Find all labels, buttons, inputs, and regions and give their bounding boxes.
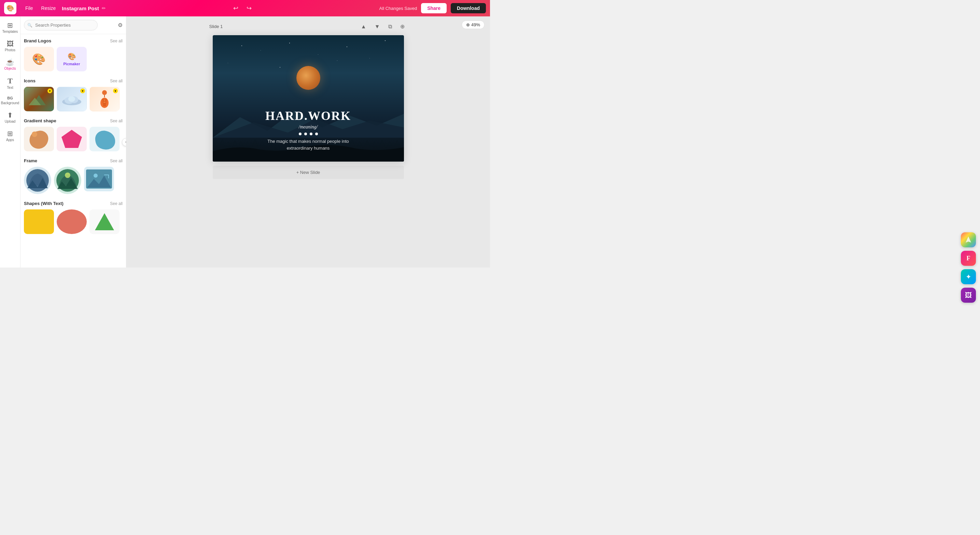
canvas-background: HARD.WORK /meaning/ The magic that makes… <box>213 35 404 162</box>
mountain-icon-svg <box>29 92 49 107</box>
list-item[interactable] <box>89 127 119 151</box>
topbar-menu: File Resize Instagram Post ✏ <box>22 3 106 13</box>
edit-title-icon[interactable]: ✏ <box>102 5 106 11</box>
background-icon: BG <box>7 96 13 100</box>
sidebar-item-photos[interactable]: 🖼 Photos <box>2 38 19 55</box>
moon <box>296 66 320 90</box>
background-label: Background <box>1 101 19 105</box>
brand-logos-header: Brand Logos See all <box>24 38 123 43</box>
objects-label: Objects <box>5 67 16 70</box>
picmaker-label: Picmaker <box>64 62 80 66</box>
blob-blue-svg <box>92 128 118 150</box>
slide-up-button[interactable]: ▲ <box>358 22 369 31</box>
design-canvas[interactable]: HARD.WORK /meaning/ The magic that makes… <box>213 35 404 162</box>
list-item[interactable] <box>84 167 114 191</box>
dot-2 <box>304 132 307 135</box>
sidebar-item-upload[interactable]: ⬆ Upload <box>2 109 19 126</box>
templates-label: Templates <box>2 30 18 33</box>
templates-icon: ⊞ <box>7 22 13 29</box>
gradient-shape-section: Gradient shape See all <box>24 118 123 151</box>
slide-add-button[interactable]: ⊕ <box>398 22 407 31</box>
dot-4 <box>315 132 318 135</box>
topbar-right: All Changes Saved Share Download <box>379 3 486 13</box>
list-item[interactable]: ♥ <box>89 87 119 111</box>
svg-point-18 <box>94 174 98 178</box>
properties-panel: ⚙ Brand Logos See all 🎨 🎨 Picmaker <box>21 16 126 268</box>
premium-badge: ♥ <box>48 89 52 93</box>
list-item[interactable] <box>89 209 119 234</box>
panel-search-bar: ⚙ <box>21 16 126 34</box>
brand-logos-see-all[interactable]: See all <box>110 38 123 43</box>
topbar-center: ↩ ↪ <box>111 3 374 13</box>
gradient-shape-title: Gradient shape <box>24 118 56 123</box>
undo-button[interactable]: ↩ <box>231 3 241 13</box>
zoom-level: 49% <box>471 22 480 27</box>
frame-circle2-svg <box>56 169 80 192</box>
apps-label: Apps <box>6 138 14 142</box>
logo[interactable]: 🎨 <box>4 2 16 14</box>
brand-logos-section: Brand Logos See all 🎨 🎨 Picmaker <box>24 38 123 72</box>
frame-see-all[interactable]: See all <box>110 159 123 163</box>
brand-logos-title: Brand Logos <box>24 38 51 43</box>
list-item[interactable] <box>24 209 54 234</box>
photos-icon: 🖼 <box>7 40 14 47</box>
upload-icon: ⬆ <box>7 112 13 119</box>
shapes-text-grid <box>24 209 123 234</box>
frame-title: Frame <box>24 158 37 163</box>
list-item[interactable] <box>24 167 51 194</box>
svg-marker-19 <box>95 213 114 230</box>
sidebar-item-templates[interactable]: ⊞ Templates <box>2 19 19 36</box>
brand-logos-grid: 🎨 🎨 Picmaker <box>24 47 123 72</box>
icons-see-all[interactable]: See all <box>110 79 123 83</box>
sidebar-item-apps[interactable]: ⊞ Apps <box>2 127 19 145</box>
icons-section: Icons See all ♥ ♥ <box>24 78 123 111</box>
download-button[interactable]: Download <box>451 3 486 13</box>
document-title: Instagram Post <box>62 5 99 11</box>
svg-point-12 <box>32 132 37 137</box>
zoom-indicator[interactable]: ⊕ 49% <box>462 21 485 29</box>
premium-badge: ♥ <box>80 89 85 93</box>
frame-rect-svg <box>85 169 113 189</box>
zoom-icon: ⊕ <box>466 22 470 27</box>
objects-icon: ☕ <box>6 59 14 65</box>
gradient-shape-see-all[interactable]: See all <box>110 119 123 123</box>
slide-down-button[interactable]: ▼ <box>372 22 383 31</box>
list-item[interactable]: 🎨 Picmaker <box>57 47 87 72</box>
dot-1 <box>299 132 302 135</box>
search-input[interactable] <box>24 20 98 30</box>
slide-toolbar: Slide 1 ▲ ▼ ⧉ ⊕ <box>209 22 407 31</box>
picmaker-icon: 🎨 <box>68 52 76 61</box>
sidebar-item-objects[interactable]: ☕ Objects <box>2 56 19 73</box>
list-item[interactable]: ♥ <box>24 87 54 111</box>
list-item[interactable] <box>24 127 54 151</box>
share-button[interactable]: Share <box>421 3 447 13</box>
premium-badge: ♥ <box>113 89 118 93</box>
panel-content: Brand Logos See all 🎨 🎨 Picmaker Icons <box>21 34 126 268</box>
topbar: 🎨 File Resize Instagram Post ✏ ↩ ↪ All C… <box>0 0 490 16</box>
frames-grid <box>24 167 123 194</box>
list-item[interactable] <box>57 209 87 234</box>
frame-circle1-svg <box>25 169 49 192</box>
sidebar-item-text[interactable]: T Text <box>2 75 19 92</box>
list-item[interactable]: ♥ <box>57 87 87 111</box>
menu-file[interactable]: File <box>22 3 37 13</box>
shapes-with-text-header: Shapes (With Text) See all <box>24 201 123 206</box>
new-slide-button[interactable]: + New Slide <box>213 166 404 179</box>
canvas-dots <box>220 132 397 135</box>
list-item[interactable] <box>57 127 87 151</box>
redo-button[interactable]: ↪ <box>244 3 255 13</box>
canvas-body-text: The magic that makes normal people intoe… <box>220 138 397 151</box>
apps-icon: ⊞ <box>7 130 13 137</box>
menu-resize[interactable]: Resize <box>38 3 59 13</box>
filter-icon[interactable]: ⚙ <box>118 22 123 29</box>
blob-orange-svg <box>27 128 51 150</box>
list-item[interactable]: 🎨 <box>24 47 54 72</box>
sidebar-item-background[interactable]: BG Background <box>2 94 19 108</box>
undo-redo-group: ↩ ↪ <box>231 3 255 13</box>
canvas-text-overlay: HARD.WORK /meaning/ The magic that makes… <box>213 109 404 151</box>
svg-point-5 <box>68 96 75 102</box>
slide-copy-button[interactable]: ⧉ <box>385 22 395 31</box>
slide-label: Slide 1 <box>209 24 223 29</box>
list-item[interactable] <box>54 167 81 194</box>
shapes-with-text-see-all[interactable]: See all <box>110 201 123 206</box>
